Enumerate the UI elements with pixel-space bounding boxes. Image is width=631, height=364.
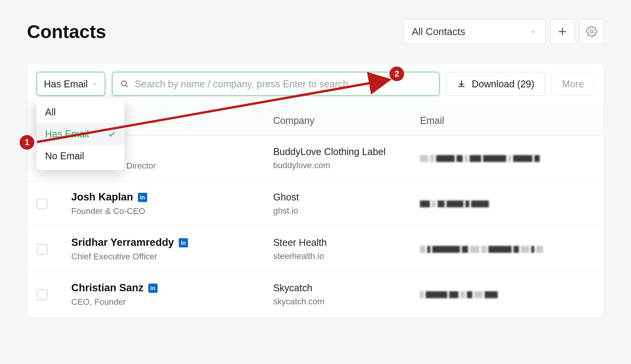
company-domain: ghst.io [273, 206, 420, 216]
company-name: BuddyLove Clothing Label [273, 146, 420, 157]
email-redacted [420, 289, 594, 301]
email-filter-label: Has Email [44, 78, 88, 90]
download-icon [457, 79, 466, 88]
filter-option-no-email[interactable]: No Email [37, 145, 124, 167]
company-domain: skycatch.com [273, 297, 420, 307]
add-button[interactable] [550, 19, 575, 44]
contacts-card: Has Email Download (29) More All Has Ema… [27, 63, 604, 317]
view-selector-label: All Contacts [412, 26, 465, 38]
col-header-company: Company [273, 115, 420, 126]
filter-option-all[interactable]: All [37, 101, 124, 123]
email-redacted [420, 153, 594, 164]
annotation-badge-1: 1 [20, 135, 34, 150]
settings-button[interactable] [579, 19, 604, 44]
contact-title: Chief Executive Officer [71, 252, 273, 262]
row-checkbox[interactable] [37, 289, 47, 300]
contact-title: Founder & Co-CEO [71, 206, 273, 216]
col-header-email: Email [420, 115, 594, 126]
company-domain: buddylove.com [273, 160, 420, 170]
row-checkbox[interactable] [37, 199, 47, 209]
table-row[interactable]: Josh Kaplan in Founder & Co-CEO Ghost gh… [27, 181, 604, 227]
email-filter-menu: All Has Email No Email [37, 98, 124, 170]
filter-option-label: Has Email [45, 129, 89, 140]
company-name: Skycatch [273, 282, 420, 294]
company-domain: steerhealth.io [273, 251, 420, 261]
more-label: More [562, 78, 584, 90]
check-icon [107, 130, 116, 139]
page-title: Contacts [27, 21, 106, 42]
contact-name: Josh Kaplan [71, 191, 133, 203]
plus-icon [557, 26, 568, 37]
download-label: Download (29) [472, 78, 534, 90]
table-row[interactable]: Sridhar Yerramreddy in Chief Executive O… [27, 227, 604, 272]
view-selector[interactable]: All Contacts [403, 19, 545, 44]
gear-icon [586, 26, 597, 37]
email-filter-dropdown[interactable]: Has Email [37, 72, 105, 96]
row-checkbox[interactable] [37, 244, 47, 255]
svg-line-4 [126, 85, 128, 87]
chevron-down-icon [530, 28, 537, 35]
filter-option-has-email[interactable]: Has Email [37, 123, 124, 145]
email-redacted [420, 244, 594, 255]
linkedin-icon[interactable]: in [138, 193, 147, 202]
download-button[interactable]: Download (29) [446, 72, 545, 96]
email-redacted [420, 198, 594, 210]
annotation-badge-2: 2 [389, 67, 404, 81]
chevron-down-icon [92, 81, 98, 87]
company-name: Ghost [273, 192, 420, 203]
contact-title: CEO, Founder [71, 297, 273, 307]
search-input[interactable] [135, 78, 432, 90]
filter-option-label: All [45, 107, 56, 118]
svg-point-2 [590, 30, 593, 33]
contact-name: Sridhar Yerramreddy [71, 237, 174, 249]
svg-point-3 [121, 81, 126, 86]
filter-option-label: No Email [45, 150, 84, 162]
contact-name: Christian Sanz [71, 282, 144, 294]
linkedin-icon[interactable]: in [179, 238, 188, 247]
table-row[interactable]: Christian Sanz in CEO, Founder Skycatch … [27, 272, 604, 317]
linkedin-icon[interactable]: in [148, 284, 158, 293]
more-button[interactable]: More [552, 72, 594, 96]
company-name: Steer Health [273, 237, 420, 248]
search-icon [120, 80, 129, 88]
